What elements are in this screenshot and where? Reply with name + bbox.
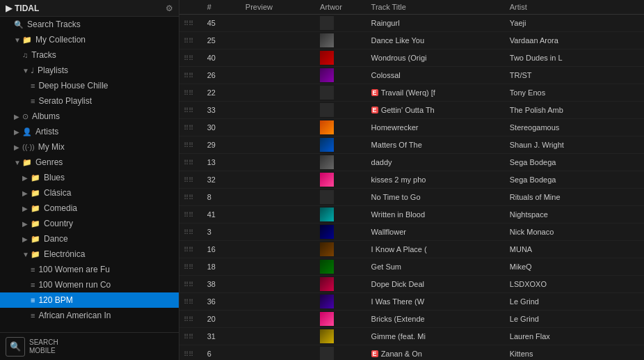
track-preview[interactable]: [241, 84, 316, 102]
track-preview[interactable]: [241, 276, 316, 293]
track-preview[interactable]: [241, 224, 316, 241]
track-preview[interactable]: [241, 311, 316, 328]
track-artwork: [316, 345, 367, 361]
track-preview[interactable]: [241, 32, 316, 49]
table-row[interactable]: ⠿⠿32kisses 2 my phoSega Bodega: [179, 171, 644, 189]
sidebar-item-dance[interactable]: ▶ 📁 Dance: [0, 231, 179, 246]
table-row[interactable]: ⠿⠿33EGettin' Outta ThThe Polish Amb: [179, 102, 644, 119]
drag-handle-cell[interactable]: ⠿⠿: [179, 102, 203, 119]
genre-folder-icon: 📁: [31, 173, 40, 182]
track-preview[interactable]: [241, 49, 316, 67]
drag-handle-cell[interactable]: ⠿⠿: [179, 241, 203, 258]
drag-handle-cell[interactable]: ⠿⠿: [179, 276, 203, 293]
table-row[interactable]: ⠿⠿26ColossalTR/ST: [179, 67, 644, 84]
drag-handle-cell[interactable]: ⠿⠿: [179, 49, 203, 67]
track-artist: Lauren Flax: [506, 328, 644, 345]
sidebar-item-artists[interactable]: ▶ 👤 Artists: [0, 124, 179, 139]
col-title-header[interactable]: Track Title: [367, 0, 506, 15]
sidebar-item-clasica[interactable]: ▶ 📁 Clásica: [0, 185, 179, 201]
col-artist-header[interactable]: Artist: [506, 0, 644, 15]
table-row[interactable]: ⠿⠿25Dance Like YouVardaan Arora: [179, 32, 644, 49]
track-preview[interactable]: [241, 171, 316, 189]
sidebar-item-deep-house[interactable]: ≡ Deep House Chille: [0, 78, 179, 93]
track-preview[interactable]: [241, 328, 316, 345]
track-artist: The Polish Amb: [506, 102, 644, 119]
table-row[interactable]: ⠿⠿31Gimme (feat. MiLauren Flax: [179, 328, 644, 345]
search-mobile-label[interactable]: SEARCH MOBILE: [29, 338, 58, 355]
sidebar-item-african[interactable]: ≡ African American In: [0, 308, 179, 323]
sidebar-item-my-collection[interactable]: ▼ 📁 My Collection: [0, 32, 179, 47]
drag-handle-cell[interactable]: ⠿⠿: [179, 136, 203, 154]
table-row[interactable]: ⠿⠿6EZanan & OnKittens: [179, 345, 644, 361]
drag-handle-cell[interactable]: ⠿⠿: [179, 154, 203, 171]
table-row[interactable]: ⠿⠿8No Time to GoRituals of Mine: [179, 189, 644, 206]
drag-handle-cell[interactable]: ⠿⠿: [179, 67, 203, 84]
drag-handle-cell[interactable]: ⠿⠿: [179, 258, 203, 276]
drag-handle-cell[interactable]: ⠿⠿: [179, 189, 203, 206]
expand-arrow-albums-icon: ▶: [14, 113, 19, 120]
track-preview[interactable]: [241, 293, 316, 311]
table-row[interactable]: ⠿⠿36I Was There (WLe Grind: [179, 293, 644, 311]
drag-handle-icon: ⠿⠿: [184, 141, 193, 149]
track-preview[interactable]: [241, 154, 316, 171]
drag-handle-cell[interactable]: ⠿⠿: [179, 293, 203, 311]
table-row[interactable]: ⠿⠿20Bricks (ExtendeLe Grind: [179, 311, 644, 328]
track-artwork: [316, 311, 367, 328]
drag-handle-cell[interactable]: ⠿⠿: [179, 345, 203, 361]
drag-handle-cell[interactable]: ⠿⠿: [179, 171, 203, 189]
drag-handle-cell[interactable]: ⠿⠿: [179, 328, 203, 345]
table-row[interactable]: ⠿⠿16I Know A Place (MUNA: [179, 241, 644, 258]
table-row[interactable]: ⠿⠿3WallflowerNick Monaco: [179, 224, 644, 241]
sidebar-item-comedia[interactable]: ▶ 📁 Comedia: [0, 201, 179, 216]
table-row[interactable]: ⠿⠿40Wondrous (OrigiTwo Dudes in L: [179, 49, 644, 67]
drag-handle-cell[interactable]: ⠿⠿: [179, 84, 203, 102]
track-title: Get Sum: [367, 258, 506, 276]
track-preview[interactable]: [241, 345, 316, 361]
settings-icon[interactable]: ⚙: [166, 3, 173, 13]
drag-handle-icon: ⠿⠿: [184, 124, 193, 132]
track-preview[interactable]: [241, 15, 316, 32]
drag-handle-cell[interactable]: ⠿⠿: [179, 206, 203, 224]
sidebar-item-women-fu[interactable]: ≡ 100 Women are Fu: [0, 262, 179, 277]
track-title-text: Travail (Werq) [f: [381, 88, 435, 97]
sidebar-item-serato-playlist[interactable]: ≡ Serato Playlist: [0, 93, 179, 109]
track-preview[interactable]: [241, 206, 316, 224]
sidebar-item-genres[interactable]: ▼ 📁 Genres: [0, 155, 179, 170]
drag-handle-cell[interactable]: ⠿⠿: [179, 224, 203, 241]
track-preview[interactable]: [241, 102, 316, 119]
table-row[interactable]: ⠿⠿22ETravail (Werq) [fTony Enos: [179, 84, 644, 102]
app-title: ▶ TIDAL: [6, 3, 39, 13]
sidebar-item-blues[interactable]: ▶ 📁 Blues: [0, 170, 179, 185]
drag-handle-cell[interactable]: ⠿⠿: [179, 311, 203, 328]
track-preview[interactable]: [241, 136, 316, 154]
table-row[interactable]: ⠿⠿45RaingurlYaeji: [179, 15, 644, 32]
table-row[interactable]: ⠿⠿13daddySega Bodega: [179, 154, 644, 171]
sidebar-item-electronica[interactable]: ▼ 📁 Electrónica: [0, 246, 179, 262]
table-row[interactable]: ⠿⠿30HomewreckerStereogamous: [179, 119, 644, 136]
col-num-header[interactable]: #: [203, 0, 241, 15]
track-title: Raingurl: [367, 15, 506, 32]
sidebar-item-my-mix[interactable]: ▶ ((·)) My Mix: [0, 139, 179, 155]
track-preview[interactable]: [241, 241, 316, 258]
drag-handle-cell[interactable]: ⠿⠿: [179, 119, 203, 136]
sidebar-item-search-tracks[interactable]: 🔍 Search Tracks: [0, 17, 179, 32]
table-row[interactable]: ⠿⠿18Get SumMikeQ: [179, 258, 644, 276]
table-row[interactable]: ⠿⠿29Matters Of TheShaun J. Wright: [179, 136, 644, 154]
sidebar-item-120bpm[interactable]: ≡ 120 BPM: [0, 292, 179, 308]
track-preview[interactable]: [241, 67, 316, 84]
track-preview[interactable]: [241, 189, 316, 206]
drag-handle-icon: ⠿⠿: [184, 89, 193, 97]
sidebar-item-tracks[interactable]: ♫ Tracks: [0, 47, 179, 63]
track-preview[interactable]: [241, 119, 316, 136]
track-preview[interactable]: [241, 258, 316, 276]
sidebar-item-women-co[interactable]: ≡ 100 Women run Co: [0, 277, 179, 292]
sidebar-item-albums[interactable]: ▶ ⊙ Albums: [0, 109, 179, 124]
table-row[interactable]: ⠿⠿41Written in BloodNightspace: [179, 206, 644, 224]
drag-handle-cell[interactable]: ⠿⠿: [179, 15, 203, 32]
sidebar-item-country[interactable]: ▶ 📁 Country: [0, 216, 179, 231]
track-artist: Rituals of Mine: [506, 189, 644, 206]
drag-handle-cell[interactable]: ⠿⠿: [179, 32, 203, 49]
sidebar-item-playlists[interactable]: ▼ ♩ Playlists: [0, 63, 179, 78]
search-mobile-icon[interactable]: 🔍: [6, 337, 25, 357]
table-row[interactable]: ⠿⠿38Dope Dick DealLSDXOXO: [179, 276, 644, 293]
